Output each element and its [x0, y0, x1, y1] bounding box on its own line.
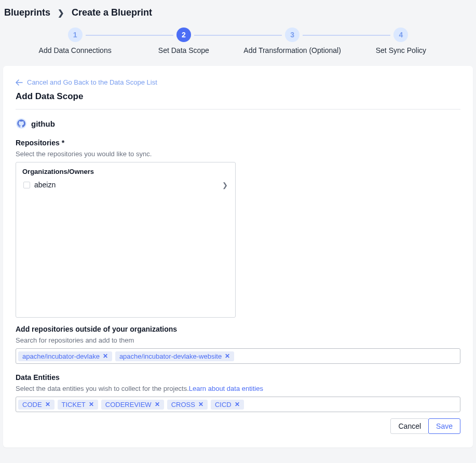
repo-tag: apache/incubator-devlake-website ✕	[115, 351, 234, 361]
step-set-data-scope[interactable]: 2 Set Data Scope	[129, 28, 238, 55]
step-add-data-connections[interactable]: 1 Add Data Connections	[21, 28, 129, 55]
entity-tag-label: CODE	[22, 401, 42, 408]
step-label: Add Data Connections	[39, 46, 112, 55]
github-icon	[16, 118, 27, 129]
entity-tag: TICKET ✕	[58, 400, 98, 410]
data-scope-card: Cancel and Go Back to the Data Scope Lis…	[3, 66, 473, 447]
repo-tag: apache/incubator-devlake ✕	[18, 351, 112, 361]
close-icon[interactable]: ✕	[89, 401, 94, 408]
breadcrumb-current: Create a Blueprint	[72, 7, 152, 18]
back-link[interactable]: Cancel and Go Back to the Data Scope Lis…	[16, 78, 157, 86]
repositories-hint: Select the repositories you would like t…	[16, 150, 460, 158]
outside-repos-label: Add repositories outside of your organiz…	[16, 325, 460, 333]
chevron-right-icon: ❯	[222, 181, 228, 189]
step-number: 1	[68, 28, 83, 42]
back-link-text: Cancel and Go Back to the Data Scope Lis…	[27, 78, 157, 86]
card-actions: Cancel Save	[16, 418, 460, 434]
step-add-transformation[interactable]: 3 Add Transformation (Optional)	[238, 28, 347, 55]
organizations-listbox[interactable]: Organizations/Owners abeizn ❯	[16, 162, 236, 318]
outside-repos-hint: Search for repositories and add to them	[16, 336, 460, 344]
save-button[interactable]: Save	[428, 418, 460, 434]
breadcrumb-root[interactable]: Blueprints	[4, 7, 50, 18]
entity-tag-label: CICD	[215, 401, 232, 408]
breadcrumb: Blueprints ❯ Create a Blueprint	[0, 0, 476, 28]
close-icon[interactable]: ✕	[45, 401, 50, 408]
step-number: 2	[176, 28, 191, 42]
close-icon[interactable]: ✕	[103, 352, 108, 360]
entity-tag: CICD ✕	[211, 400, 244, 410]
page-title: Add Data Scope	[16, 91, 460, 110]
step-set-sync-policy[interactable]: 4 Set Sync Policy	[347, 28, 455, 55]
chevron-right-icon: ❯	[58, 8, 64, 18]
cancel-button[interactable]: Cancel	[390, 418, 429, 434]
close-icon[interactable]: ✕	[198, 401, 203, 408]
entity-tag: CROSS ✕	[167, 400, 208, 410]
arrow-left-icon	[16, 79, 23, 86]
data-entities-input[interactable]: CODE ✕ TICKET ✕ CODEREVIEW ✕ CROSS ✕ CIC…	[16, 397, 460, 412]
connection-name: github	[31, 119, 55, 128]
connection-row: github	[16, 118, 460, 129]
entity-tag: CODEREVIEW ✕	[101, 400, 164, 410]
learn-entities-link[interactable]: Learn about data entities	[189, 385, 263, 392]
close-icon[interactable]: ✕	[235, 401, 240, 408]
entity-tag-label: CODEREVIEW	[105, 401, 152, 408]
step-label: Set Data Scope	[158, 46, 209, 55]
org-item-label: abeizn	[34, 181, 218, 189]
entity-tag-label: CROSS	[171, 401, 195, 408]
step-number: 3	[285, 28, 300, 42]
organizations-header: Organizations/Owners	[22, 168, 229, 175]
wizard-stepper: 1 Add Data Connections 2 Set Data Scope …	[0, 28, 476, 66]
step-number: 4	[393, 28, 408, 42]
repositories-label: Repositories *	[16, 139, 460, 147]
entity-tag: CODE ✕	[18, 400, 55, 410]
org-item[interactable]: abeizn ❯	[22, 180, 229, 190]
repo-tag-label: apache/incubator-devlake	[22, 352, 100, 360]
checkbox-icon[interactable]	[23, 182, 30, 188]
entity-tag-label: TICKET	[62, 401, 86, 408]
data-entities-label: Data Entities	[16, 373, 460, 382]
step-label: Add Transformation (Optional)	[243, 46, 341, 55]
outside-repos-input[interactable]: apache/incubator-devlake ✕ apache/incuba…	[16, 348, 460, 364]
step-label: Set Sync Policy	[376, 46, 426, 55]
repo-tag-label: apache/incubator-devlake-website	[119, 352, 222, 360]
data-entities-hint: Select the data entities you wish to col…	[16, 385, 460, 392]
close-icon[interactable]: ✕	[225, 352, 230, 360]
close-icon[interactable]: ✕	[155, 401, 160, 408]
